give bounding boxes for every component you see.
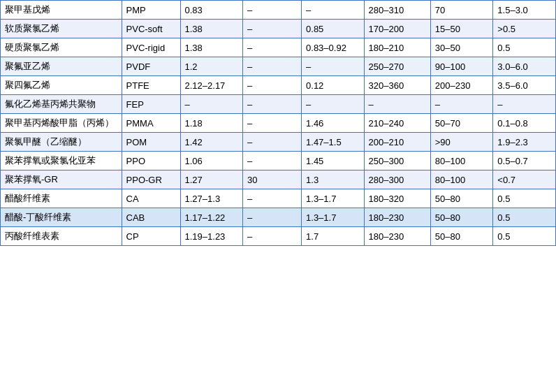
table-cell: 250–300 xyxy=(364,152,430,170)
table-cell: – xyxy=(302,57,365,76)
table-cell: – xyxy=(180,95,243,114)
table-cell: 50–80 xyxy=(430,189,493,208)
table-cell: 1.38 xyxy=(180,20,243,38)
table-cell: – xyxy=(243,1,302,20)
table-cell: 210–240 xyxy=(364,114,430,133)
materials-table: 聚甲基戊烯PMP0.83––280–310701.5–3.0软质聚氯乙烯PVC-… xyxy=(0,0,556,246)
table-cell: – xyxy=(243,76,302,95)
table-cell: 1.18 xyxy=(180,114,243,133)
table-cell: 1.3 xyxy=(302,170,365,189)
table-cell: POM xyxy=(122,133,180,152)
table-cell: – xyxy=(364,95,430,114)
table-cell: 1.3–1.7 xyxy=(302,208,365,227)
table-cell: 2.12–2.17 xyxy=(180,76,243,95)
table-cell: 1.45 xyxy=(302,152,365,170)
table-cell: – xyxy=(243,208,302,227)
table-cell: PPO xyxy=(122,152,180,170)
table-cell: 1.47–1.5 xyxy=(302,133,365,152)
table-cell: 280–300 xyxy=(364,170,430,189)
table-cell: – xyxy=(243,189,302,208)
table-cell: 50–70 xyxy=(430,114,493,133)
table-row: 醋酸纤维素CA1.27–1.3–1.3–1.7180–32050–800.5 xyxy=(1,189,556,208)
table-cell: 1.2 xyxy=(180,57,243,76)
table-cell: CA xyxy=(122,189,180,208)
table-cell: 0.5 xyxy=(493,227,556,246)
table-row: 聚氯甲醚（乙缩醚）POM1.42–1.47–1.5200–210>901.9–2… xyxy=(1,133,556,152)
table-cell: 0.5 xyxy=(493,208,556,227)
table-cell: – xyxy=(243,20,302,38)
table-cell: 1.46 xyxy=(302,114,365,133)
table-cell: 0.85 xyxy=(302,20,365,38)
table-cell: 聚氯甲醚（乙缩醚） xyxy=(1,133,122,152)
table-cell: 180–210 xyxy=(364,38,430,57)
table-cell: 1.27 xyxy=(180,170,243,189)
table-cell: <0.7 xyxy=(493,170,556,189)
table-cell: PVDF xyxy=(122,57,180,76)
table-cell: 1.19–1.23 xyxy=(180,227,243,246)
table-cell: 3.0–6.0 xyxy=(493,57,556,76)
table-cell: – xyxy=(243,57,302,76)
table-cell: 1.7 xyxy=(302,227,365,246)
table-cell: 软质聚氯乙烯 xyxy=(1,20,122,38)
table-cell: 0.5 xyxy=(493,38,556,57)
table-cell: PMP xyxy=(122,1,180,20)
table-cell: 30–50 xyxy=(430,38,493,57)
table-cell: 1.17–1.22 xyxy=(180,208,243,227)
table-row: 软质聚氯乙烯PVC-soft1.38–0.85170–20015–50>0.5 xyxy=(1,20,556,38)
table-cell: 氟化乙烯基丙烯共聚物 xyxy=(1,95,122,114)
table-cell: 320–360 xyxy=(364,76,430,95)
table-row: 氟化乙烯基丙烯共聚物FEP–––––– xyxy=(1,95,556,114)
table-cell: >0.5 xyxy=(493,20,556,38)
table-row: 硬质聚氯乙烯PVC-rigid1.38–0.83–0.92180–21030–5… xyxy=(1,38,556,57)
table-row: 聚甲基戊烯PMP0.83––280–310701.5–3.0 xyxy=(1,1,556,20)
table-cell: – xyxy=(302,95,365,114)
table-cell: 3.5–6.0 xyxy=(493,76,556,95)
table-row: 聚甲基丙烯酸甲脂（丙烯）PMMA1.18–1.46210–24050–700.1… xyxy=(1,114,556,133)
table-cell: – xyxy=(243,38,302,57)
table-cell: 200–230 xyxy=(430,76,493,95)
table-cell: 80–100 xyxy=(430,152,493,170)
table-cell: 0.12 xyxy=(302,76,365,95)
table-row: 聚苯撑氧-GRPPO-GR1.27301.3280–30080–100<0.7 xyxy=(1,170,556,189)
table-row: 聚苯撑氧或聚氯化亚苯PPO1.06–1.45250–30080–1000.5–0… xyxy=(1,152,556,170)
table-cell: 250–270 xyxy=(364,57,430,76)
table-cell: 1.42 xyxy=(180,133,243,152)
table-cell: PVC-soft xyxy=(122,20,180,38)
table-cell: 聚苯撑氧或聚氯化亚苯 xyxy=(1,152,122,170)
table-cell: 50–80 xyxy=(430,227,493,246)
table-cell: 15–50 xyxy=(430,20,493,38)
table-cell: 1.9–2.3 xyxy=(493,133,556,152)
table-cell: 1.5–3.0 xyxy=(493,1,556,20)
table-cell: 聚氟亚乙烯 xyxy=(1,57,122,76)
table-cell: – xyxy=(243,227,302,246)
table-cell: 1.38 xyxy=(180,38,243,57)
table-cell: – xyxy=(243,133,302,152)
table-cell: 0.5 xyxy=(493,189,556,208)
table-cell: – xyxy=(430,95,493,114)
table-cell: 0.5–0.7 xyxy=(493,152,556,170)
table-cell: – xyxy=(243,152,302,170)
table-row: 丙酸纤维表素CP1.19–1.23–1.7180–23050–800.5 xyxy=(1,227,556,246)
table-cell: >90 xyxy=(430,133,493,152)
table-cell: PVC-rigid xyxy=(122,38,180,57)
table-cell: – xyxy=(243,114,302,133)
table-cell: 聚甲基丙烯酸甲脂（丙烯） xyxy=(1,114,122,133)
table-cell: 1.27–1.3 xyxy=(180,189,243,208)
table-cell: PPO-GR xyxy=(122,170,180,189)
table-cell: 1.06 xyxy=(180,152,243,170)
table-cell: 180–230 xyxy=(364,208,430,227)
table-cell: CP xyxy=(122,227,180,246)
table-row: 聚氟亚乙烯PVDF1.2––250–27090–1003.0–6.0 xyxy=(1,57,556,76)
table-cell: FEP xyxy=(122,95,180,114)
table-cell: 醋酸纤维素 xyxy=(1,189,122,208)
table-cell: 200–210 xyxy=(364,133,430,152)
table-cell: 硬质聚氯乙烯 xyxy=(1,38,122,57)
table-cell: 50–80 xyxy=(430,208,493,227)
table-cell: 丙酸纤维表素 xyxy=(1,227,122,246)
table-cell: 280–310 xyxy=(364,1,430,20)
table-cell: 0.83 xyxy=(180,1,243,20)
table-cell: 80–100 xyxy=(430,170,493,189)
table-cell: 1.3–1.7 xyxy=(302,189,365,208)
table-row: 聚四氟乙烯PTFE2.12–2.17–0.12320–360200–2303.5… xyxy=(1,76,556,95)
table-cell: 70 xyxy=(430,1,493,20)
